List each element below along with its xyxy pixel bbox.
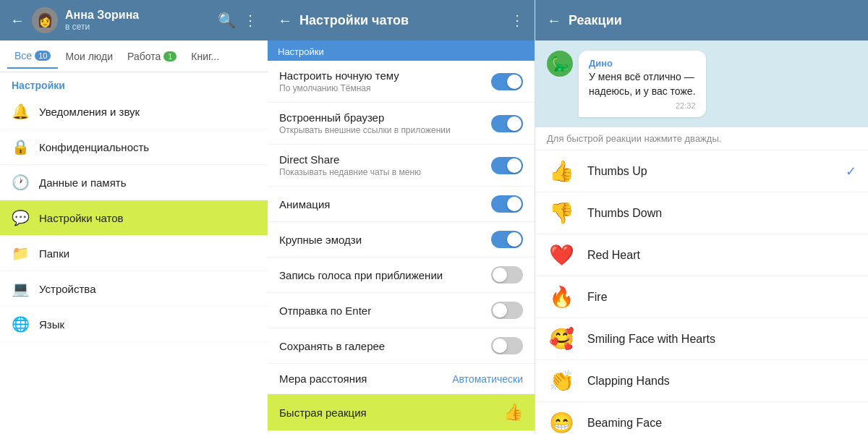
globe-icon: 🌐 (12, 315, 29, 333)
menu-item-language[interactable]: 🌐 Язык (0, 307, 268, 342)
chat-settings-panel: ← Настройки чатов ⋮ Настройки Настроить … (268, 0, 535, 434)
chat-icon: 💬 (12, 209, 29, 226)
avatar-emoji: 🦕 (551, 55, 569, 72)
settings-panel: ← 👩 Анна Зорина в сети 🔍 ⋮ Все 10 Мои лю… (0, 0, 268, 434)
user-info: Анна Зорина в сети (65, 9, 210, 32)
direct-share-sub: Показывать недавние чаты в меню (279, 167, 421, 177)
tabs-bar: Все 10 Мои люди Работа 1 Книг... (0, 41, 268, 72)
clock-icon: 🕐 (12, 174, 29, 191)
reactions-panel: ← Реакции 🦕 Дино У меня всё отлично —над… (535, 0, 868, 434)
setting-save-gallery[interactable]: Сохранять в галерее (268, 328, 535, 364)
devices-icon: 💻 (12, 280, 29, 297)
setting-send-enter[interactable]: Отправка по Enter (268, 293, 535, 328)
reaction-item-thumbs-down[interactable]: 👎 Thumbs Down (535, 192, 868, 234)
chat-settings-more-icon[interactable]: ⋮ (510, 12, 524, 29)
settings-header: ← 👩 Анна Зорина в сети 🔍 ⋮ (0, 0, 268, 41)
voice-record-name: Запись голоса при приближении (279, 269, 443, 281)
animation-toggle[interactable] (491, 195, 523, 213)
chat-settings-nav-label: Настройки (278, 46, 324, 57)
quick-reaction-name: Быстрая реакция (279, 407, 367, 419)
setting-animation[interactable]: Анимация (268, 187, 535, 222)
more-icon[interactable]: ⋮ (243, 12, 258, 29)
menu-label-notifications: Уведомления и звук (39, 106, 140, 118)
night-theme-name: Настроить ночную тему (279, 69, 399, 82)
setting-voice-record[interactable]: Запись голоса при приближении (268, 258, 535, 293)
send-enter-name: Отправка по Enter (279, 305, 371, 317)
menu-item-privacy[interactable]: 🔒 Конфиденциальность (0, 129, 268, 165)
menu-label-language: Язык (39, 318, 64, 331)
save-gallery-name: Сохранять в галерее (279, 340, 385, 352)
clapping-hands-emoji: 👏 (547, 369, 576, 393)
menu-label-devices: Устройства (39, 283, 95, 295)
settings-menu-list: 🔔 Уведомления и звук 🔒 Конфиденциальност… (0, 94, 268, 434)
save-gallery-toggle[interactable] (491, 337, 523, 354)
chat-preview: 🦕 Дино У меня всё отлично —надеюсь, и у … (535, 41, 868, 127)
reaction-item-beaming-face[interactable]: 😁 Beaming Face (535, 402, 868, 434)
reactions-title: Реакции (569, 13, 856, 28)
reactions-back-button[interactable]: ← (547, 12, 561, 29)
direct-share-toggle[interactable] (491, 157, 523, 174)
menu-item-notifications[interactable]: 🔔 Уведомления и звук (0, 94, 268, 129)
tab-my-people-label: Мои люди (65, 51, 113, 62)
setting-distance[interactable]: Мера расстояния Автоматически (268, 364, 535, 394)
reaction-item-thumbs-up[interactable]: 👍 Thumbs Up ✓ (535, 150, 868, 192)
setting-browser[interactable]: Встроенный браузер Открывать внешние ссы… (268, 103, 535, 145)
chat-message-bubble: Дино У меня всё отлично —надеюсь, и у ва… (579, 51, 706, 117)
voice-record-toggle[interactable] (491, 266, 523, 284)
direct-share-name: Direct Share (279, 153, 421, 166)
reaction-item-clapping-hands[interactable]: 👏 Clapping Hands (535, 360, 868, 402)
night-theme-toggle[interactable] (491, 73, 523, 90)
user-status: в сети (65, 22, 210, 32)
red-heart-emoji: ❤️ (547, 243, 576, 267)
tab-work[interactable]: Работа 1 (120, 45, 184, 68)
avatar: 👩 (32, 7, 58, 33)
tab-books[interactable]: Книг... (184, 45, 226, 68)
chat-settings-nav: Настройки (268, 41, 535, 61)
user-name: Анна Зорина (65, 9, 210, 22)
search-icon[interactable]: 🔍 (218, 12, 236, 29)
setting-large-emoji[interactable]: Крупные эмодзи (268, 222, 535, 258)
reaction-item-smiling-hearts[interactable]: 🥰 Smiling Face with Hearts (535, 318, 868, 360)
browser-sub: Открывать внешние ссылки в приложении (279, 125, 451, 135)
tab-my-people[interactable]: Мои люди (58, 45, 120, 68)
bell-icon: 🔔 (12, 103, 29, 120)
night-theme-sub: По умолчанию Тёмная (279, 83, 399, 93)
reactions-list: 👍 Thumbs Up ✓ 👎 Thumbs Down ❤️ Red Heart… (535, 150, 868, 434)
reaction-item-fire[interactable]: 🔥 Fire (535, 276, 868, 318)
chat-settings-back-button[interactable]: ← (278, 12, 292, 29)
settings-section-title: Настройки (0, 72, 268, 94)
tab-books-label: Книг... (191, 51, 219, 62)
smiling-hearts-emoji: 🥰 (547, 327, 576, 351)
tab-all[interactable]: Все 10 (7, 44, 58, 69)
tab-all-label: Все (14, 50, 32, 61)
back-button[interactable]: ← (10, 12, 25, 29)
setting-night-theme[interactable]: Настроить ночную тему По умолчанию Тёмна… (268, 61, 535, 103)
browser-toggle[interactable] (491, 115, 523, 132)
thumbs-up-name: Thumbs Up (587, 165, 834, 178)
quick-reaction-emoji: 👍 (503, 403, 523, 422)
large-emoji-toggle[interactable] (491, 231, 523, 248)
thumbs-up-emoji: 👍 (547, 159, 576, 183)
menu-item-chat-settings[interactable]: 💬 Настройки чатов (0, 200, 268, 236)
thumbs-down-emoji: 👎 (547, 201, 576, 225)
reaction-item-red-heart[interactable]: ❤️ Red Heart (535, 234, 868, 276)
menu-label-chat-settings: Настройки чатов (39, 212, 124, 224)
beaming-face-emoji: 😁 (547, 411, 576, 434)
menu-item-data[interactable]: 🕐 Данные и память (0, 165, 268, 200)
browser-name: Встроенный браузер (279, 111, 451, 124)
chat-settings-list: Настроить ночную тему По умолчанию Тёмна… (268, 61, 535, 434)
reactions-header: ← Реакции (535, 0, 868, 41)
send-enter-toggle[interactable] (491, 302, 523, 319)
large-emoji-name: Крупные эмодзи (279, 234, 362, 246)
tab-work-badge: 1 (163, 51, 176, 61)
menu-label-folders: Папки (39, 247, 69, 260)
menu-item-folders[interactable]: 📁 Папки (0, 236, 268, 271)
setting-direct-share[interactable]: Direct Share Показывать недавние чаты в … (268, 145, 535, 187)
smiling-hearts-name: Smiling Face with Hearts (587, 333, 856, 346)
thumbs-down-name: Thumbs Down (587, 207, 856, 220)
clapping-hands-name: Clapping Hands (587, 375, 856, 388)
menu-item-devices[interactable]: 💻 Устройства (0, 271, 268, 307)
menu-label-data: Данные и память (39, 176, 127, 189)
chat-settings-header: ← Настройки чатов ⋮ (268, 0, 535, 41)
setting-quick-reaction[interactable]: Быстрая реакция 👍 (268, 394, 535, 431)
